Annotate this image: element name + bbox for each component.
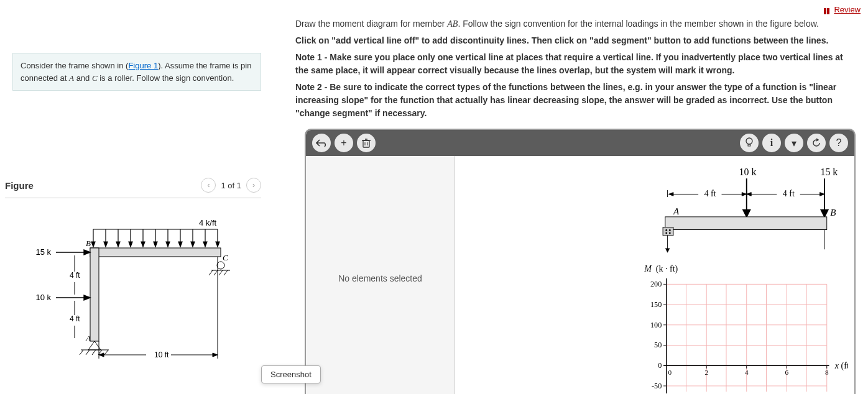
svg-text:2: 2: [704, 369, 708, 376]
svg-point-93: [669, 232, 671, 234]
svg-text:A: A: [85, 334, 91, 343]
svg-text:150: 150: [650, 300, 662, 309]
figure-link[interactable]: Figure 1: [128, 61, 158, 70]
svg-text:15 k: 15 k: [35, 247, 51, 257]
svg-text:4 ft: 4 ft: [70, 314, 80, 323]
undo-button[interactable]: [312, 134, 331, 152]
figure-next-button[interactable]: ›: [246, 178, 261, 193]
screenshot-tooltip: Screenshot: [261, 365, 321, 383]
svg-point-65: [746, 138, 752, 144]
review-link[interactable]: Review: [824, 5, 861, 14]
svg-text:M: M: [644, 264, 652, 273]
svg-line-30: [209, 270, 213, 275]
review-icon: [824, 7, 831, 13]
svg-marker-14: [166, 242, 170, 247]
svg-text:C: C: [223, 253, 228, 262]
selection-sidebar: No elements selected: [306, 156, 455, 394]
svg-text:15 k: 15 k: [820, 167, 838, 177]
svg-text:4 ft: 4 ft: [704, 189, 716, 198]
svg-text:6: 6: [785, 369, 788, 376]
svg-marker-95: [665, 248, 670, 252]
svg-point-92: [665, 232, 667, 234]
problem-intro: Consider the frame shown in (Figure 1). …: [12, 53, 261, 91]
svg-marker-22: [216, 242, 219, 247]
svg-text:10 k: 10 k: [739, 167, 757, 177]
svg-marker-58: [213, 353, 218, 357]
svg-line-52: [104, 350, 108, 355]
svg-rect-86: [665, 217, 827, 230]
svg-text:4: 4: [745, 369, 749, 376]
svg-line-49: [86, 350, 90, 355]
svg-marker-18: [191, 242, 195, 247]
svg-line-33: [224, 270, 228, 275]
svg-marker-83: [743, 210, 750, 217]
intro-text: Consider the frame shown in (: [21, 61, 128, 70]
svg-text:B: B: [86, 239, 91, 248]
svg-marker-35: [84, 250, 90, 255]
svg-text:0: 0: [658, 361, 662, 370]
dist-load-label: 4 k/ft: [199, 218, 217, 227]
figure-diagram: 4 k/ft B C A 15 k: [12, 217, 261, 372]
svg-text:(k · ft): (k · ft): [656, 264, 678, 274]
svg-marker-12: [154, 242, 157, 247]
svg-text:50: 50: [654, 341, 662, 349]
figure-prev-button[interactable]: ‹: [201, 178, 216, 193]
svg-marker-77: [747, 193, 751, 196]
svg-marker-85: [821, 210, 828, 217]
svg-marker-79: [820, 193, 824, 196]
svg-text:x (ft): x (ft): [834, 361, 848, 371]
svg-text:4 ft: 4 ft: [783, 189, 795, 198]
svg-point-90: [665, 229, 667, 231]
svg-marker-10: [141, 242, 145, 247]
svg-text:B: B: [830, 208, 836, 218]
figure-title: Figure: [5, 180, 34, 191]
svg-rect-23: [90, 248, 221, 257]
svg-rect-60: [363, 140, 369, 147]
svg-line-48: [80, 350, 83, 355]
svg-text:4 ft: 4 ft: [70, 271, 80, 280]
dropdown-button[interactable]: ▾: [785, 134, 803, 152]
svg-text:-50: -50: [652, 382, 662, 390]
svg-point-28: [217, 262, 224, 269]
svg-marker-6: [116, 242, 120, 247]
delete-button[interactable]: [357, 134, 376, 152]
instructions: Draw the moment diagram for member AB. F…: [295, 17, 856, 120]
figure-nav: ‹ 1 of 1 ›: [201, 178, 261, 193]
svg-marker-20: [203, 242, 207, 247]
reset-button[interactable]: [807, 134, 826, 152]
svg-text:200: 200: [650, 280, 662, 288]
svg-line-32: [219, 270, 223, 275]
svg-line-50: [92, 350, 96, 355]
svg-rect-66: [748, 144, 750, 146]
no-selection-label: No elements selected: [338, 273, 422, 283]
svg-marker-8: [129, 242, 132, 247]
svg-marker-2: [91, 242, 95, 247]
hint-button[interactable]: [740, 134, 759, 152]
svg-text:8: 8: [825, 369, 829, 376]
svg-marker-16: [178, 242, 182, 247]
svg-text:10 ft: 10 ft: [154, 350, 169, 359]
svg-text:100: 100: [650, 321, 662, 329]
svg-rect-24: [90, 248, 99, 341]
svg-marker-56: [99, 353, 104, 357]
figure-counter: 1 of 1: [221, 181, 241, 190]
svg-text:10 k: 10 k: [35, 293, 51, 302]
svg-rect-89: [663, 227, 673, 236]
info-button[interactable]: i: [762, 134, 781, 152]
help-button[interactable]: ?: [829, 134, 848, 152]
svg-text:0: 0: [668, 369, 672, 376]
svg-marker-4: [104, 242, 108, 247]
svg-marker-73: [668, 193, 673, 196]
svg-line-31: [214, 270, 218, 275]
svg-marker-38: [84, 295, 90, 300]
workspace-toolbar: + i ▾ ?: [306, 130, 854, 156]
svg-point-91: [669, 229, 671, 231]
add-button[interactable]: +: [335, 134, 353, 152]
canvas-area[interactable]: 10 k 15 k 4 ft 4 ft: [455, 156, 854, 394]
svg-text:A: A: [673, 206, 680, 216]
drawing-workspace: + i ▾ ? No elements selected: [305, 129, 856, 394]
